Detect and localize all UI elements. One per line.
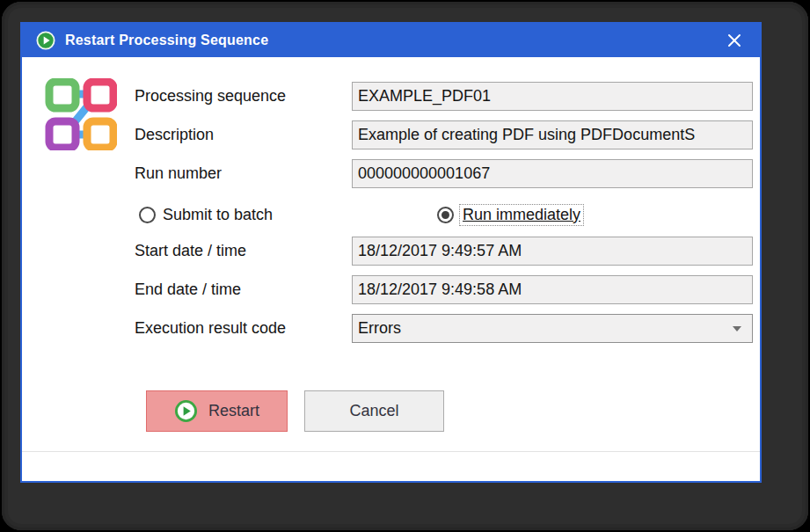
play-icon [174,399,198,423]
close-icon[interactable] [723,29,746,52]
dialog-title: Restart Processing Sequence [65,33,268,48]
restart-processing-sequence-dialog: Restart Processing Sequence Processing s… [20,22,762,483]
play-icon [36,31,55,50]
footer-separator [22,451,760,452]
radio-run-immediately[interactable]: Run immediately [437,203,582,226]
radio-circle-icon[interactable] [437,207,454,223]
processing-sequence-icon [45,78,117,150]
dialog-titlebar[interactable]: Restart Processing Sequence [22,24,760,57]
description-field[interactable] [352,120,753,149]
run-number-label: Run number [135,159,222,188]
execution-result-code-dropdown[interactable]: Errors [352,314,753,343]
execution-result-code-label: Execution result code [135,314,286,343]
radio-submit-to-batch-label: Submit to batch [163,206,273,224]
radio-circle-icon[interactable] [139,207,156,223]
end-datetime-label: End date / time [135,275,241,304]
restart-button[interactable]: Restart [146,390,288,432]
start-datetime-field[interactable] [352,237,753,266]
cancel-button-label: Cancel [349,402,398,420]
processing-sequence-field[interactable] [352,82,753,111]
chevron-down-icon[interactable] [733,326,741,332]
end-datetime-field[interactable] [352,275,753,304]
run-number-field[interactable] [352,159,753,188]
radio-submit-to-batch[interactable]: Submit to batch [139,203,273,226]
description-label: Description [135,120,214,149]
execution-result-code-value: Errors [358,319,401,338]
processing-sequence-label: Processing sequence [135,82,286,111]
start-datetime-label: Start date / time [135,237,246,266]
radio-run-immediately-label: Run immediately [461,206,582,224]
restart-button-label: Restart [208,402,259,420]
cancel-button[interactable]: Cancel [304,390,444,432]
